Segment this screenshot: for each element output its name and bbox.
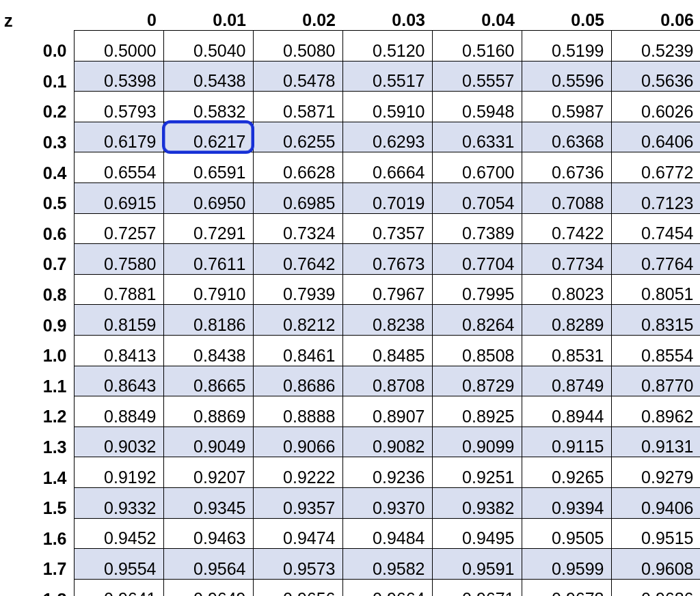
data-cell: 0.8461 [253, 336, 342, 366]
data-cell: 0.8708 [342, 366, 432, 396]
data-cell: 0.9222 [253, 457, 342, 488]
row-header: 1.3 [0, 426, 74, 457]
col-header: 0 [74, 0, 163, 31]
data-cell: 0.5040 [163, 31, 253, 62]
data-cell: 0.5398 [74, 61, 163, 92]
data-cell: 0.9394 [522, 488, 611, 519]
table-row: 1.20.88490.88690.88880.89070.89250.89440… [0, 396, 700, 427]
data-cell: 0.5517 [342, 61, 432, 92]
data-cell: 0.9573 [253, 549, 342, 580]
data-cell: 0.8665 [163, 366, 253, 396]
table-row: 0.30.61790.62170.62550.62930.63310.63680… [0, 122, 700, 152]
table-row: 1.10.86430.86650.86860.87080.87290.87490… [0, 366, 700, 396]
data-cell: 0.9463 [163, 518, 253, 549]
col-header: 0.04 [432, 0, 522, 31]
data-cell: 0.9066 [253, 426, 342, 457]
data-cell: 0.9515 [611, 518, 700, 549]
table-row: 0.10.53980.54380.54780.55170.55570.55960… [0, 61, 700, 92]
col-header: 0.03 [342, 0, 432, 31]
data-cell: 0.5636 [611, 61, 700, 92]
data-cell: 0.9099 [432, 426, 522, 457]
data-cell: 0.5160 [432, 31, 522, 62]
data-cell: 0.5478 [253, 61, 342, 92]
data-cell: 0.7580 [74, 244, 163, 275]
data-cell: 0.6554 [74, 152, 163, 183]
col-header: 0.05 [522, 0, 611, 31]
data-cell: 0.8159 [74, 305, 163, 336]
data-cell: 0.7324 [253, 213, 342, 244]
data-cell: 0.8531 [522, 336, 611, 366]
z-table: z 0 0.01 0.02 0.03 0.04 0.05 0.06 0.00.5… [0, 0, 700, 596]
data-cell: 0.6293 [342, 122, 432, 152]
data-cell: 0.8643 [74, 366, 163, 396]
row-header: 0.6 [0, 213, 74, 244]
data-cell: 0.7910 [163, 274, 253, 305]
table-row: 0.70.75800.76110.76420.76730.77040.77340… [0, 244, 700, 275]
data-cell: 0.8944 [522, 396, 611, 427]
data-cell: 0.6915 [74, 183, 163, 214]
corner-label: z [0, 0, 74, 31]
data-cell: 0.8888 [253, 396, 342, 427]
data-cell: 0.9115 [522, 426, 611, 457]
data-cell: 0.8264 [432, 305, 522, 336]
row-header: 0.7 [0, 244, 74, 275]
data-cell: 0.7967 [342, 274, 432, 305]
data-cell: 0.6772 [611, 152, 700, 183]
table-row: 0.80.78810.79100.79390.79670.79950.80230… [0, 274, 700, 305]
table-row: 0.90.81590.81860.82120.82380.82640.82890… [0, 305, 700, 336]
data-cell: 0.7611 [163, 244, 253, 275]
data-cell: 0.8051 [611, 274, 700, 305]
data-cell: 0.9599 [522, 549, 611, 580]
table-row: 1.00.84130.84380.84610.84850.85080.85310… [0, 336, 700, 366]
data-cell: 0.8686 [253, 366, 342, 396]
data-cell: 0.6406 [611, 122, 700, 152]
row-header: 0.2 [0, 92, 74, 122]
data-cell: 0.7257 [74, 213, 163, 244]
data-cell: 0.8907 [342, 396, 432, 427]
data-cell: 0.9265 [522, 457, 611, 488]
row-header: 0.8 [0, 274, 74, 305]
table-row: 1.50.93320.93450.93570.93700.93820.93940… [0, 488, 700, 519]
table-row: 0.40.65540.65910.66280.66640.67000.67360… [0, 152, 700, 183]
data-cell: 0.6736 [522, 152, 611, 183]
data-cell: 0.9345 [163, 488, 253, 519]
data-cell: 0.9382 [432, 488, 522, 519]
data-cell: 0.9332 [74, 488, 163, 519]
data-cell: 0.6591 [163, 152, 253, 183]
data-cell: 0.9582 [342, 549, 432, 580]
data-cell: 0.8508 [432, 336, 522, 366]
data-cell: 0.9554 [74, 549, 163, 580]
data-cell: 0.9207 [163, 457, 253, 488]
data-cell: 0.9357 [253, 488, 342, 519]
data-cell: 0.9656 [253, 579, 342, 596]
data-cell: 0.8869 [163, 396, 253, 427]
data-cell: 0.8485 [342, 336, 432, 366]
data-cell: 0.8186 [163, 305, 253, 336]
row-header: 0.9 [0, 305, 74, 336]
data-cell: 0.7357 [342, 213, 432, 244]
data-cell: 0.7019 [342, 183, 432, 214]
data-cell: 0.9049 [163, 426, 253, 457]
data-cell: 0.5793 [74, 92, 163, 122]
col-header: 0.02 [253, 0, 342, 31]
data-cell: 0.9608 [611, 549, 700, 580]
col-header: 0.06 [611, 0, 700, 31]
data-cell: 0.5910 [342, 92, 432, 122]
data-cell: 0.6255 [253, 122, 342, 152]
data-cell: 0.9678 [522, 579, 611, 596]
row-header: 1.0 [0, 336, 74, 366]
row-header: 1.5 [0, 488, 74, 519]
data-cell: 0.7673 [342, 244, 432, 275]
data-cell: 0.9406 [611, 488, 700, 519]
table-row: 1.70.95540.95640.95730.95820.95910.95990… [0, 549, 700, 580]
data-cell: 0.9251 [432, 457, 522, 488]
data-cell: 0.7123 [611, 183, 700, 214]
data-cell: 0.8023 [522, 274, 611, 305]
data-cell: 0.9564 [163, 549, 253, 580]
data-cell: 0.5239 [611, 31, 700, 62]
data-cell: 0.6179 [74, 122, 163, 152]
data-cell: 0.8289 [522, 305, 611, 336]
table-row: 0.20.57930.58320.58710.59100.59480.59870… [0, 92, 700, 122]
data-cell: 0.9484 [342, 518, 432, 549]
data-cell: 0.9370 [342, 488, 432, 519]
